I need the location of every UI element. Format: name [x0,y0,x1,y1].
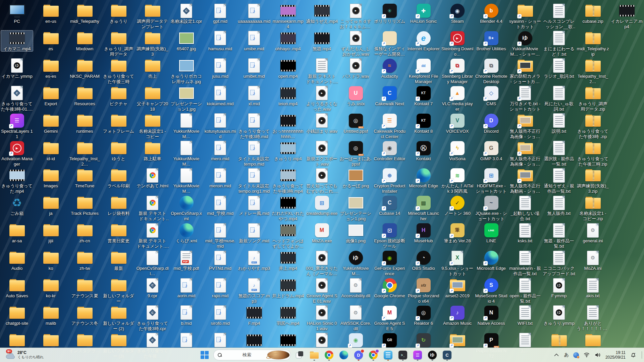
desktop-icon[interactable]: 父子キャンプ2018 [136,85,169,112]
desktop-icon[interactable]: X↗9.5.xlsx - ショートカット [441,250,474,277]
desktop-icon[interactable]: Audio [1,250,33,271]
desktop-icon[interactable]: プレゼンテーション1.png [339,195,372,222]
taskbar-google-chrome[interactable] [323,349,335,361]
desktop-icon[interactable]: N↗Native Access [475,305,507,326]
desktop-icon[interactable]: ▲↗VLC media player [441,85,474,112]
taskbar-clock[interactable]: 19:11 2025/09/21 [605,350,626,360]
desktop-icon[interactable]: NKSC_PARAM [68,58,101,79]
desktop-icon[interactable]: ♪ [170,332,203,348]
desktop-icon[interactable]: ▶Groove Agent SE 01.wav [306,277,338,304]
desktop-icon[interactable]: ≋↗かんたん！AITalk 3 関西風 [441,167,474,194]
desktop-icon[interactable]: ♪gpt.mid [204,3,236,24]
desktop-icon[interactable]: open.mp4 [272,58,304,79]
desktop-icon[interactable]: 無人販売.txt [543,195,575,216]
desktop-icon[interactable]: ohhayo-.mp4 [272,30,304,52]
desktop-icon[interactable]: 死にたい_ゅ歌詞.txt [543,85,575,112]
desktop-icon[interactable]: b↗Blender 4.4 [475,3,507,24]
desktop-icon[interactable]: くらび.xml [170,222,203,244]
desktop-icon[interactable]: teion.mp4 [272,85,304,107]
desktop-icon[interactable]: 無題.mp4 [306,30,338,52]
taskbar-discord[interactable]: D [353,349,365,361]
desktop-icon[interactable]: ♪kotusytuaaus.mid [204,113,236,139]
desktop-icon[interactable]: ja [35,195,67,216]
desktop-icon[interactable]: jijii [35,222,67,244]
desktop-icon[interactable]: ◇↗CMS [475,85,507,107]
desktop-icon[interactable]: 調声練習(失敗)_3 [136,30,169,57]
desktop-icon[interactable]: Mixdown [68,30,101,52]
desktop-icon[interactable]: manisekarin.mp4 [272,3,304,29]
desktop-icon[interactable]: ラジオ_歌詞.txt [543,58,575,79]
desktop-icon[interactable]: ゆYukkuriMovieM… [339,250,372,277]
desktop-icon[interactable]: MMoZA.exe [306,222,338,244]
desktop-icon[interactable]: YukkuriMovieM… [170,113,203,139]
desktop-icon[interactable]: Cきゅうり食ってた午後3時.cpr [136,305,169,331]
desktop-icon[interactable]: ♪hamusu.mid [204,30,236,52]
desktop-icon[interactable]: ⊞↗HDDFMT.exe - ショートカット [475,167,507,194]
desktop-icon[interactable]: 調声用データテンプレート [136,3,169,29]
taskbar-task-view[interactable] [293,349,306,361]
desktop-icon[interactable]: きゅうり.mp4 [272,140,304,162]
volume-icon[interactable] [594,350,601,360]
desktop-icon[interactable]: まにまにわーるど！.txt [543,30,575,57]
desktop-icon[interactable]: 筆↗筆まめ Ver.28 [441,222,474,244]
desktop-icon[interactable] [35,332,67,348]
desktop-icon[interactable]: ゆF.ymmp [543,277,575,299]
desktop-icon[interactable]: ♪メドレー風.mid [238,195,270,216]
desktop-icon[interactable]: ♪PVTNd.mid [204,250,236,271]
desktop-icon[interactable]: ▩↗Minecraft Launcher [407,195,440,222]
taskbar-notepad[interactable] [382,349,394,361]
desktop-icon[interactable]: KT↗Kontakt 7 [407,85,440,107]
desktop-icon[interactable]: PC [1,3,33,24]
desktop-icon[interactable]: ♪mid_学校muse.mid [204,222,236,249]
desktop-icon[interactable]: OpenCvSharp.dll… [136,250,169,277]
desktop-icon[interactable]: C9.cpr [136,277,169,299]
desktop-icon[interactable]: ゆきゅうり.ymmp [543,305,575,326]
desktop-icon[interactable]: おっhhhhhhhhhhhhh… [272,113,304,139]
desktop-icon[interactable]: F.mp4 [238,305,270,326]
desktop-icon[interactable]: Telepathy_Inst_2… [68,140,101,167]
desktop-icon[interactable]: アナウンス冬 [68,305,101,326]
desktop-icon[interactable]: フォトフレーム [102,113,135,134]
desktop-icon[interactable]: きゅうりボカコレ用サムネ.jpg [170,58,203,84]
desktop-icon[interactable]: ♪↗Amazon Music [441,305,474,326]
user-sphere-icon[interactable] [573,352,579,358]
desktop-icon[interactable]: es-es [35,58,67,79]
desktop-icon[interactable]: 無題 - 親作品一覧.txt [543,222,575,249]
desktop-icon[interactable]: runtimes [68,113,101,134]
desktop-icon[interactable]: ▶↗Steinberg Downlo… [441,30,474,57]
desktop-icon[interactable]: ◎NT2Untitled.ppsf [339,113,372,134]
desktop-icon[interactable]: 選択肢 - 親作品一覧.txt [543,140,575,167]
desktop-icon[interactable]: ▶よりうるさくなった.wav [306,85,338,112]
desktop-icon[interactable]: ♪kiokumed.mid [204,85,236,107]
desktop-icon[interactable]: ◉↗Steam [441,3,474,24]
desktop-icon[interactable]: きゅうり食ってた午後3時.mp4 [272,167,304,194]
desktop-icon[interactable]: ◔↗OBS Studio [407,250,440,271]
desktop-icon[interactable]: ⚙general.ini [577,222,609,244]
desktop-icon[interactable]: id-id [35,140,67,162]
weather-widget[interactable]: 9+ 28°C くもりのち晴れ [3,348,46,362]
desktop-icon[interactable]: ⧉↗Steinberg Library Manager [441,58,474,84]
desktop-icon[interactable]: ⚙Accessibility.dll [339,277,372,299]
taskbar-terminal[interactable]: >_ [397,349,409,361]
desktop-icon[interactable]: 営業日変更 [102,222,135,244]
desktop-icon[interactable]: ゆ↗YukkuriMovieM… - ショートカット [509,30,541,57]
desktop-icon[interactable]: ありがとう！！！！！！！.txt [577,305,609,331]
ime-indicator[interactable]: あ [564,352,569,358]
desktop-icon[interactable]: C↗Cubase 14 [373,195,406,216]
desktop-icon[interactable]: ヘッドフォンはずしててよかっt.mp4 [272,222,304,249]
desktop-icon[interactable]: B★↗Brother Utilities [475,30,507,52]
desktop-icon[interactable]: 通知うぜえ - 親作品一覧.txt [543,167,575,194]
desktop-icon[interactable]: PDFmid_学校.pdf [170,250,203,271]
desktop-icon[interactable]: きゅうり食ってた午後3時 .zip [577,113,609,139]
taskbar-cubase[interactable]: C [441,349,453,361]
desktop-icon[interactable]: ♪MP3無題のスコア.mp3 [238,277,270,304]
desktop-icon[interactable]: 売上 [136,58,169,79]
desktop-icon[interactable]: D↗Discord [475,113,507,134]
desktop-icon[interactable]: ◉↗GeForce Experience [373,250,406,277]
desktop-icon[interactable]: 新しいフォルダー [102,277,135,304]
desktop-icon[interactable]: ▶こってゅｈｄすおｆｄｓｂふぉ.wav [339,3,372,29]
desktop-icon[interactable]: WIFI.txt [509,305,541,326]
desktop-icon[interactable]: ▶新規エクスポート.wav [306,140,338,167]
desktop-icon[interactable]: テンポあて.html [136,167,169,189]
desktop-icon[interactable]: OpenCvSharp.xml [170,195,203,222]
